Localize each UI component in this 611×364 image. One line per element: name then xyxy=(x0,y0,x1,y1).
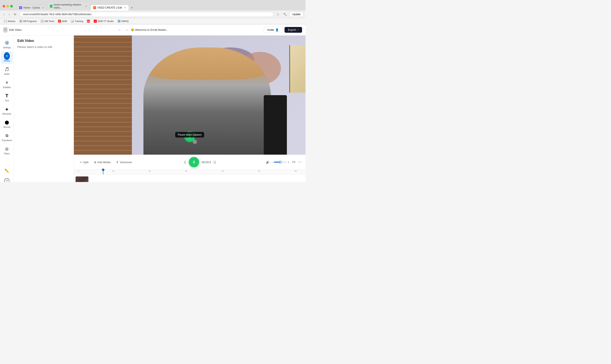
help-icon: ? xyxy=(4,178,9,182)
tab-canva-label: Home - Canva xyxy=(23,6,40,9)
invite-button[interactable]: Invite 👤 xyxy=(264,27,282,33)
split-button[interactable]: ✂ Split xyxy=(78,160,90,165)
record-icon: ⬤ xyxy=(4,119,10,125)
tab-canva[interactable]: C Home - Canva ✕ xyxy=(16,5,47,11)
edit-panel-title: Edit Video xyxy=(17,39,70,43)
sidebar-elements-label: Elements xyxy=(2,113,11,115)
timeline-ruler: 0 10 20 30 40 50 60 xyxy=(74,169,305,175)
media-icon: + xyxy=(4,53,10,59)
sidebar-item-audio[interactable]: 🎵 Audio xyxy=(1,65,13,77)
forward-button[interactable]: › xyxy=(8,12,11,17)
em-tools-icon: 📧 xyxy=(41,20,44,23)
new-tab-button[interactable]: + xyxy=(129,5,135,11)
bookmark-em-tools[interactable]: 📧 EM Tools xyxy=(39,19,56,23)
bookmark-sem-yt[interactable]: ▶ SEM YT Studio xyxy=(92,19,115,23)
video-canvas[interactable]: Pause video (Space) ⏸ xyxy=(74,36,305,155)
bookmark-sem[interactable]: S SEM xyxy=(56,19,69,23)
ruler-mark-30: 30 xyxy=(185,170,187,172)
zoom-out-button[interactable]: − xyxy=(271,160,273,164)
tab-canva-close[interactable]: ✕ xyxy=(42,6,44,9)
sidebar-item-pen[interactable]: ✏️ xyxy=(1,166,13,176)
sidebar-item-elements[interactable]: ◈ Elements xyxy=(1,104,13,117)
app-header: ☰ Edit Video ← → 😊 Welcome to Email Mark… xyxy=(0,24,305,36)
sidebar-item-transitions[interactable]: ⧉ Transitions xyxy=(1,131,13,143)
redo-button[interactable]: → xyxy=(124,27,129,33)
maximize-window-button[interactable] xyxy=(10,5,13,8)
zoom-slider[interactable] xyxy=(274,162,287,163)
main-play-button[interactable]: ⏸ xyxy=(189,157,199,167)
url-bar[interactable]: veed.io/edit/65c9aa6d-78c5-4d5b-9b9f-b9b… xyxy=(19,12,274,17)
bookmark-aff-programs[interactable]: 🔗 Aff Programs xyxy=(18,19,39,23)
bookmark-training-label: Training xyxy=(75,20,83,23)
bookmark-articles[interactable]: 📄 Articles xyxy=(2,19,17,23)
sidebar-item-filters[interactable]: ◎ Filters xyxy=(1,144,13,156)
add-media-icon: ⊕ xyxy=(94,161,96,164)
split-icon: ✂ xyxy=(80,161,82,164)
subtitles-icon: ≡ xyxy=(4,79,10,86)
browser-chrome: C Home - Canva ✕ e email marketing wisdo… xyxy=(0,0,305,24)
url-text: veed.io/edit/65c9aa6d-78c5-4d5b-9b9f-b9b… xyxy=(23,13,92,16)
ruler-container: 0 10 20 30 40 50 60 xyxy=(76,170,304,174)
add-media-label: Add Media xyxy=(97,161,110,164)
video-area: Pause video (Space) ⏸ ✂ Split xyxy=(74,36,305,182)
sidebar-item-record[interactable]: ⬤ Record xyxy=(1,118,13,130)
skip-back-button[interactable]: ⟨⟨ xyxy=(184,160,186,164)
bookmark-sem-label: SEM xyxy=(62,20,67,23)
update-button[interactable]: Update xyxy=(289,12,303,17)
invite-label: Invite xyxy=(267,28,274,31)
refresh-button[interactable]: ↻ xyxy=(13,12,18,17)
tab-email-close[interactable]: ✕ xyxy=(85,5,87,8)
sidebar-item-text[interactable]: T Text xyxy=(1,91,13,104)
fit-button[interactable]: Fit xyxy=(291,160,297,164)
thumbnail-image xyxy=(76,176,88,182)
volume-button[interactable]: 🔊 xyxy=(266,160,270,164)
control-center: ⟨⟨ ⏸ 00:03:3 ⟩⟩ xyxy=(137,157,263,167)
close-window-button[interactable] xyxy=(2,5,5,8)
bookmark-button[interactable]: ☆ xyxy=(275,12,281,17)
filters-icon: ◎ xyxy=(4,146,10,152)
control-right: 🔊 − + Fit 〰 xyxy=(266,160,301,164)
menu-button[interactable]: ☰ xyxy=(3,27,7,32)
bookmark-aff-label: Aff Programs xyxy=(23,20,37,23)
pause-tooltip-text: Pause video (Space) xyxy=(178,133,202,136)
header-left: ☰ Edit Video xyxy=(3,27,22,32)
elements-icon: ◈ xyxy=(4,106,10,112)
sidebar-item-subtitles[interactable]: ≡ Subtitles xyxy=(1,78,13,90)
tab-veed-close[interactable]: ✕ xyxy=(124,6,126,9)
waveform-button[interactable]: 〰 xyxy=(298,160,301,164)
zoom-slider-thumb[interactable] xyxy=(279,161,282,163)
main-content: ⚙️ Settings + Media 🎵 Audio ≡ Subtitles … xyxy=(0,36,305,182)
voiceover-button[interactable]: 🎙 Voiceover xyxy=(114,160,134,165)
undo-button[interactable]: ← xyxy=(117,27,122,33)
edit-panel: Edit Video Please select a video to edit… xyxy=(14,36,74,182)
voiceover-icon: 🎙 xyxy=(116,161,119,164)
tab-veed-label: VEED CREATE | Edit xyxy=(97,6,122,9)
bookmark-sem2[interactable]: SEM xyxy=(85,19,92,23)
bookmarks-bar: 📄 Articles 🔗 Aff Programs 📧 EM Tools S S… xyxy=(0,18,305,24)
video-name: 😊 Welcome to Email Marke... xyxy=(131,28,168,31)
sidebar-item-media[interactable]: + Media xyxy=(1,51,13,64)
minimize-window-button[interactable] xyxy=(6,5,9,8)
back-button[interactable]: ‹ xyxy=(2,12,6,17)
bookmark-training[interactable]: 📊 Training xyxy=(69,19,85,23)
split-label: Split xyxy=(83,161,88,164)
zoom-in-button[interactable]: + xyxy=(287,160,289,164)
ruler-mark-50: 50 xyxy=(258,170,260,172)
veed-favicon: V xyxy=(93,6,96,9)
sidebar-item-settings[interactable]: ⚙️ Settings xyxy=(1,38,13,51)
bookmark-sem-yt-label: SEM YT Studio xyxy=(98,20,114,23)
tab-email[interactable]: e email marketing wisdom video... ✕ xyxy=(47,2,90,11)
skip-forward-button[interactable]: ⟩⟩ xyxy=(213,160,216,164)
page-title: Edit Video xyxy=(9,28,22,31)
window-decoration xyxy=(289,45,305,93)
tab-veed[interactable]: V VEED CREATE | Edit ✕ xyxy=(90,5,129,11)
add-media-button[interactable]: ⊕ Add Media xyxy=(92,160,112,165)
export-button[interactable]: Export ↑ xyxy=(285,27,302,33)
extensions-button[interactable]: 🔧 xyxy=(282,12,288,17)
bookmark-dmhq[interactable]: 🌐 DMHQ xyxy=(116,19,130,23)
track-thumbnail[interactable] xyxy=(76,176,88,182)
browser-toolbar: ‹ › ↻ veed.io/edit/65c9aa6d-78c5-4d5b-9b… xyxy=(0,11,305,18)
sidebar-item-help[interactable]: ? xyxy=(1,176,13,182)
timeline-playhead[interactable] xyxy=(103,169,103,174)
audio-icon: 🎵 xyxy=(4,66,10,72)
